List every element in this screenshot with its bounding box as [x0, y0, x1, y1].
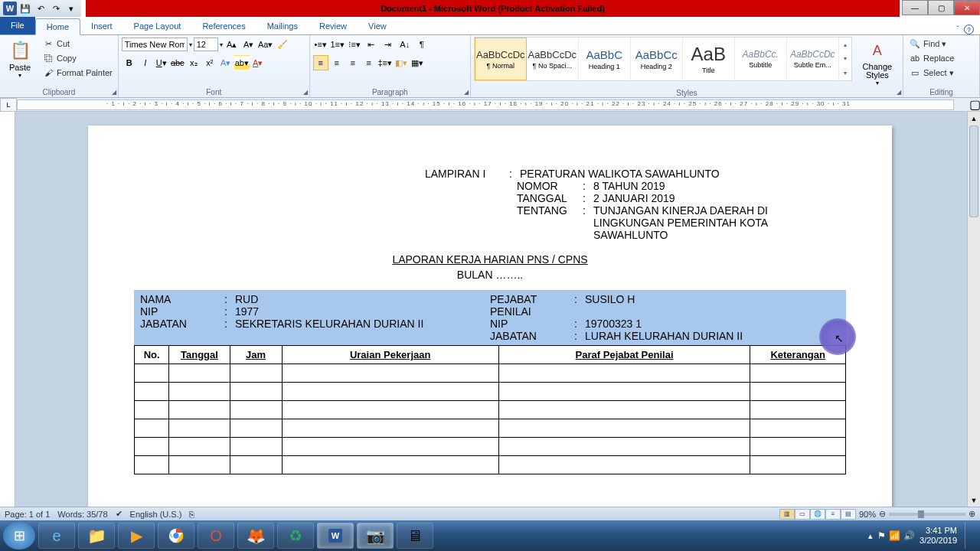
change-case-button[interactable]: Aa▾ — [258, 37, 273, 52]
style-subtle-em[interactable]: AaBbCcDcSubtle Em... — [787, 37, 839, 80]
view-web[interactable]: 🌐 — [810, 509, 825, 520]
vertical-ruler[interactable] — [0, 112, 15, 507]
justify-button[interactable]: ≡ — [361, 55, 377, 70]
borders-button[interactable]: ▦▾ — [410, 55, 425, 70]
italic-button[interactable]: I — [138, 55, 153, 70]
style-heading2[interactable]: AaBbCcHeading 2 — [631, 37, 683, 80]
task-opera[interactable]: O — [198, 523, 234, 549]
font-launcher[interactable]: ◢ — [303, 89, 308, 96]
text-effects-button[interactable]: A▾ — [218, 55, 234, 70]
view-print-layout[interactable]: ▥ — [779, 509, 795, 520]
task-app3[interactable]: 🖥 — [397, 523, 433, 549]
zoom-slider[interactable] — [889, 513, 965, 516]
change-styles-button[interactable]: A Change Styles ▾ — [855, 37, 900, 88]
style-normal[interactable]: AaBbCcDc¶ Normal — [475, 37, 527, 80]
numbering-button[interactable]: 1≡▾ — [330, 37, 345, 52]
replace-button[interactable]: abReplace — [906, 51, 976, 65]
proofing-icon[interactable]: ✔ — [116, 509, 122, 519]
tab-references[interactable]: References — [191, 18, 256, 34]
font-color-button[interactable]: A▾ — [250, 55, 266, 70]
task-firefox[interactable]: 🦊 — [237, 523, 274, 549]
align-right-button[interactable]: ≡ — [345, 55, 361, 70]
style-title[interactable]: AaBTitle — [683, 37, 735, 80]
tab-view[interactable]: View — [358, 18, 397, 34]
style-heading1[interactable]: AaBbCHeading 1 — [579, 37, 631, 80]
style-subtitle[interactable]: AaBbCc.Subtitle — [735, 37, 787, 80]
task-app2[interactable]: 📷 — [357, 523, 394, 549]
task-word[interactable]: W — [317, 523, 354, 549]
tab-file[interactable]: File — [0, 16, 35, 34]
bullets-button[interactable]: •≡▾ — [313, 37, 328, 52]
undo-icon[interactable]: ↶ — [34, 2, 47, 15]
tab-mailings[interactable]: Mailings — [256, 18, 309, 34]
scroll-up-icon[interactable]: ▲ — [968, 112, 980, 125]
task-chrome[interactable] — [158, 523, 194, 549]
clear-format-button[interactable]: 🧹 — [275, 37, 290, 52]
tab-review[interactable]: Review — [309, 18, 358, 34]
minimize-ribbon-icon[interactable]: ˇ — [956, 24, 959, 34]
view-full-screen[interactable]: ▭ — [795, 509, 810, 520]
subscript-button[interactable]: x₂ — [186, 55, 201, 70]
underline-button[interactable]: U▾ — [154, 55, 169, 70]
styles-launcher[interactable]: ◢ — [897, 89, 901, 96]
page[interactable]: LAMPIRAN I : PERATURAN WALIKOTA SAWAHLUN… — [88, 126, 892, 507]
show-desktop-button[interactable] — [965, 523, 972, 549]
shrink-font-button[interactable]: A▾ — [241, 37, 256, 52]
shading-button[interactable]: ◧▾ — [394, 55, 409, 70]
copy-button[interactable]: ⿻Copy — [40, 51, 115, 65]
zoom-out-button[interactable]: ⊖ — [879, 509, 886, 519]
save-icon[interactable]: 💾 — [18, 2, 32, 15]
font-size-select[interactable] — [194, 37, 218, 51]
sort-button[interactable]: A↓ — [397, 37, 413, 52]
highlight-button[interactable]: ab▾ — [234, 55, 250, 70]
tab-selector[interactable]: L — [0, 98, 17, 112]
start-button[interactable]: ⊞ — [3, 522, 35, 549]
show-marks-button[interactable]: ¶ — [414, 37, 430, 52]
qat-more-icon[interactable]: ▾ — [64, 2, 78, 15]
style-no-spacing[interactable]: AaBbCcDc¶ No Spaci... — [527, 37, 579, 80]
redo-icon[interactable]: ↷ — [49, 2, 63, 15]
task-wmp[interactable]: ▶ — [118, 523, 155, 549]
cut-button[interactable]: ✂Cut — [40, 37, 115, 51]
tab-page-layout[interactable]: Page Layout — [123, 18, 192, 34]
align-center-button[interactable]: ≡ — [329, 55, 345, 70]
status-page[interactable]: Page: 1 of 1 — [5, 510, 50, 519]
scroll-down-icon[interactable]: ▼ — [968, 494, 980, 507]
tray-network-icon[interactable]: 📶 — [889, 530, 900, 541]
dec-indent-button[interactable]: ⇤ — [364, 37, 379, 52]
horizontal-ruler[interactable]: · 1 · ı · 2 · ı · 3 · ı · 4 · ı · 5 · ı … — [17, 99, 954, 110]
insert-mode-icon[interactable]: ⎘ — [189, 510, 194, 519]
bold-button[interactable]: B — [122, 55, 137, 70]
taskbar-clock[interactable]: 3:41 PM 3/20/2019 — [920, 526, 957, 546]
multilevel-button[interactable]: ⁝≡▾ — [347, 37, 362, 52]
status-lang[interactable]: English (U.S.) — [130, 510, 182, 519]
tab-insert[interactable]: Insert — [80, 18, 123, 34]
status-words[interactable]: Words: 35/78 — [57, 510, 107, 519]
task-app1[interactable]: ♻ — [277, 523, 314, 549]
clipboard-launcher[interactable]: ◢ — [112, 89, 116, 96]
view-outline[interactable]: ≡ — [825, 509, 841, 520]
task-ie[interactable]: e — [38, 523, 75, 549]
tray-volume-icon[interactable]: 🔊 — [903, 530, 915, 541]
strike-button[interactable]: abc — [170, 55, 185, 70]
grow-font-button[interactable]: A▴ — [224, 37, 240, 52]
align-left-button[interactable]: ≡ — [313, 55, 328, 70]
gallery-more-button[interactable]: ▴▾▾ — [839, 37, 851, 80]
zoom-level[interactable]: 90% — [859, 510, 876, 519]
format-painter-button[interactable]: 🖌Format Painter — [40, 66, 115, 80]
close-button[interactable]: ✕ — [954, 0, 980, 15]
tab-home[interactable]: Home — [35, 18, 80, 35]
line-spacing-button[interactable]: ‡≡▾ — [377, 55, 393, 70]
paragraph-launcher[interactable]: ◢ — [464, 89, 469, 96]
select-button[interactable]: ▭Select ▾ — [906, 66, 976, 80]
find-button[interactable]: 🔍Find ▾ — [906, 37, 976, 51]
ruler-toggle-icon[interactable]: ▢ — [969, 97, 980, 112]
help-icon[interactable]: ? — [964, 24, 974, 34]
scroll-thumb[interactable] — [969, 126, 978, 217]
zoom-in-button[interactable]: ⊕ — [969, 509, 975, 519]
paste-button[interactable]: 📋 Paste ▾ — [3, 37, 37, 80]
tray-show-hidden-icon[interactable]: ▴ — [868, 531, 873, 541]
minimize-button[interactable]: — — [902, 0, 928, 15]
superscript-button[interactable]: x² — [202, 55, 217, 70]
font-name-select[interactable] — [122, 37, 188, 51]
